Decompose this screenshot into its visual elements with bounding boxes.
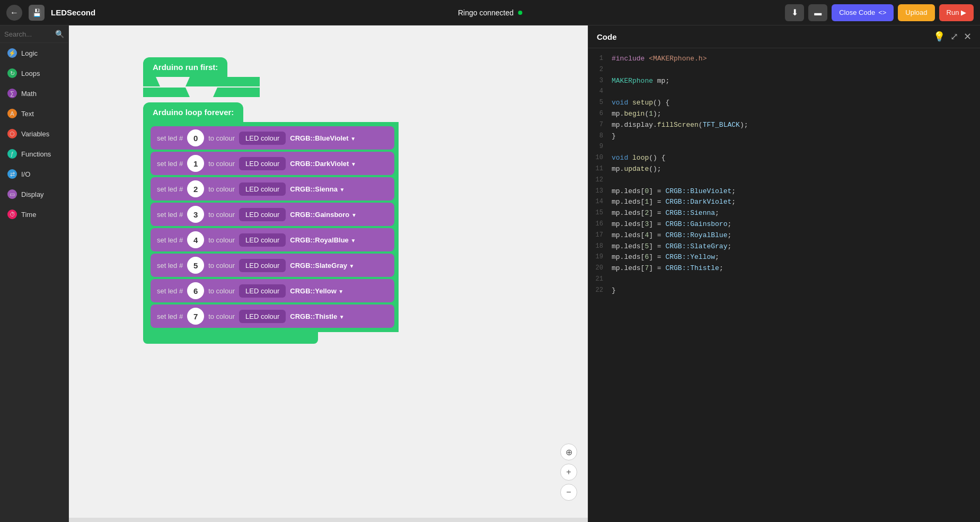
download-button[interactable]: ⬇	[785, 4, 804, 21]
led-colour-button[interactable]: LED colour	[239, 284, 286, 298]
code-line: 18 mp.leds[5] = CRGB::SlateGray;	[588, 241, 980, 253]
arduino-run-first-header: Arduino run first:	[143, 57, 227, 77]
line-content: }	[612, 285, 616, 297]
led-colour-button[interactable]: LED colour	[239, 157, 286, 170]
colour-value: CRGB::Thistle ▼	[290, 312, 344, 320]
line-content: #include <MAKERphone.h>	[612, 54, 707, 65]
code-line: 3MAKERphone mp;	[588, 76, 980, 87]
line-number: 11	[593, 164, 612, 175]
led-number: 3	[187, 206, 204, 223]
connection-status: Ringo connected	[458, 8, 522, 17]
line-number: 9	[593, 142, 612, 153]
code-line: 20 mp.leds[7] = CRGB::Thistle;	[588, 263, 980, 274]
code-line: 17 mp.leds[4] = CRGB::RoyalBlue;	[588, 230, 980, 241]
line-number: 6	[593, 109, 612, 120]
set-led-label: set led #	[157, 236, 183, 244]
line-number: 19	[593, 252, 612, 263]
blocks-container: Arduino run first: Arduino loop forever:…	[143, 57, 399, 344]
led-colour-label: LED colour	[245, 287, 279, 295]
code-panel-header: Code 💡 ⤢ ✕	[588, 25, 980, 48]
line-number: 20	[593, 263, 612, 274]
line-number: 5	[593, 98, 612, 109]
math-icon: ∑	[7, 89, 17, 98]
sidebar-label-variables: Variables	[21, 130, 49, 138]
center-view-button[interactable]: ⊕	[560, 443, 577, 460]
sidebar-item-text[interactable]: A Text	[0, 103, 68, 124]
line-number: 4	[593, 86, 612, 98]
back-button[interactable]: ←	[6, 5, 22, 21]
expand-icon[interactable]: ⤢	[950, 31, 958, 42]
line-number: 13	[593, 186, 612, 197]
bulb-icon[interactable]: 💡	[933, 31, 945, 42]
code-line: 11 mp.update();	[588, 164, 980, 175]
sidebar-item-variables[interactable]: ⬡ Variables	[0, 124, 68, 144]
led-block: set led # 2 to colour LED colour CRGB::S…	[151, 177, 394, 201]
code-line: 6 mp.begin(1);	[588, 109, 980, 120]
line-number: 2	[593, 65, 612, 76]
sidebar-item-io[interactable]: ⇄ I/O	[0, 164, 68, 184]
close-code-button[interactable]: Close Code <>	[832, 4, 894, 21]
to-colour-label: to colour	[208, 160, 235, 168]
line-content: mp.leds[7] = CRGB::Thistle;	[612, 263, 723, 274]
code-line: 2	[588, 65, 980, 76]
sidebar-item-math[interactable]: ∑ Math	[0, 83, 68, 103]
canvas-area[interactable]: Arduino run first: Arduino loop forever:…	[69, 25, 588, 522]
to-colour-label: to colour	[208, 134, 235, 142]
line-content: mp.begin(1);	[612, 109, 661, 120]
display-icon: ▭	[7, 189, 17, 199]
terminal-button[interactable]: ▬	[808, 4, 827, 21]
line-number: 8	[593, 131, 612, 142]
upload-button[interactable]: Upload	[898, 4, 934, 21]
close-icon[interactable]: ✕	[964, 31, 972, 42]
led-colour-button[interactable]: LED colour	[239, 233, 286, 247]
led-colour-button[interactable]: LED colour	[239, 310, 286, 323]
led-colour-label: LED colour	[245, 185, 279, 193]
sidebar-item-functions[interactable]: ƒ Functions	[0, 144, 68, 164]
code-line: 16 mp.leds[3] = CRGB::Gainsboro;	[588, 219, 980, 230]
line-number: 17	[593, 230, 612, 241]
horizontal-scrollbar[interactable]	[69, 518, 588, 522]
search-input[interactable]	[4, 30, 53, 38]
set-led-label: set led #	[157, 262, 183, 269]
code-line: 15 mp.leds[2] = CRGB::Sienna;	[588, 208, 980, 219]
led-block: set led # 4 to colour LED colour CRGB::R…	[151, 228, 394, 251]
code-line: 8}	[588, 131, 980, 142]
sidebar-label-math: Math	[21, 90, 37, 98]
run-label: Run ▶	[947, 8, 966, 16]
code-line: 1#include <MAKERphone.h>	[588, 54, 980, 65]
save-button[interactable]: 💾	[29, 5, 45, 21]
run-button[interactable]: Run ▶	[939, 4, 974, 21]
sidebar-item-logic[interactable]: ⚡ Logic	[0, 43, 68, 63]
led-colour-button[interactable]: LED colour	[239, 132, 286, 145]
led-colour-button[interactable]: LED colour	[239, 182, 286, 196]
line-content	[612, 65, 616, 76]
search-icon: 🔍	[55, 30, 64, 38]
loop-bottom	[143, 332, 318, 344]
colour-value: CRGB::BlueViolet ▼	[290, 134, 356, 142]
sidebar-item-display[interactable]: ▭ Display	[0, 184, 68, 204]
led-colour-button[interactable]: LED colour	[239, 208, 286, 221]
led-colour-button[interactable]: LED colour	[239, 259, 286, 272]
sidebar-label-display: Display	[21, 190, 44, 198]
loops-icon: ↻	[7, 68, 17, 78]
code-line: 14 mp.leds[1] = CRGB::DarkViolet;	[588, 197, 980, 208]
zoom-in-button[interactable]: +	[560, 464, 577, 481]
sidebar-label-functions: Functions	[21, 150, 51, 158]
project-title: LEDSecond	[51, 8, 95, 17]
led-block: set led # 5 to colour LED colour CRGB::S…	[151, 254, 394, 277]
colour-value: CRGB::RoyalBlue ▼	[290, 236, 356, 244]
sidebar-item-time[interactable]: ⏱ Time	[0, 204, 68, 224]
to-colour-label: to colour	[208, 312, 235, 320]
led-block: set led # 7 to colour LED colour CRGB::T…	[151, 304, 394, 328]
led-block: set led # 6 to colour LED colour CRGB::Y…	[151, 279, 394, 302]
led-number: 5	[187, 257, 204, 274]
connection-dot	[518, 11, 522, 15]
line-number: 15	[593, 208, 612, 219]
sidebar-item-loops[interactable]: ↻ Loops	[0, 63, 68, 83]
led-block: set led # 1 to colour LED colour CRGB::D…	[151, 152, 394, 175]
code-line: 7 mp.display.fillScreen(TFT_BLACK);	[588, 120, 980, 131]
sidebar-label-time: Time	[21, 211, 36, 219]
set-led-label: set led #	[157, 211, 183, 219]
code-line: 4	[588, 86, 980, 98]
zoom-out-button[interactable]: −	[560, 484, 577, 501]
